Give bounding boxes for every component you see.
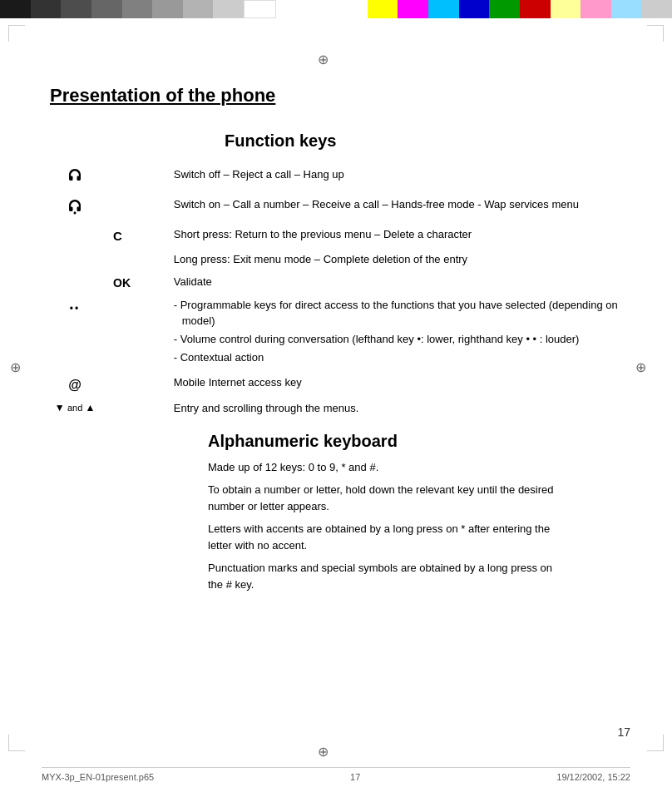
c-desc-short: Short press: Return to the previous menu… (169, 224, 630, 249)
swatch-6 (152, 0, 183, 18)
swatch-gap2 (306, 0, 337, 18)
swatch-7 (183, 0, 214, 18)
hangup-icon-cell (42, 164, 108, 194)
footer-center: 17 (350, 772, 360, 782)
at-icon-cell: @ (42, 372, 108, 398)
ok-icon-cell (42, 271, 108, 295)
swatch-green (489, 0, 520, 18)
page-content: Presentation of the phone Function keys … (0, 18, 672, 616)
hangup-label (108, 164, 169, 194)
key-row-speaker: Switch on – Call a number – Receive a ca… (42, 194, 630, 224)
swatch-cyan (428, 0, 459, 18)
swatch-lightblue (611, 0, 642, 18)
crosshair-bottom (324, 750, 338, 764)
c-desc-long: Long press: Exit menu mode – Complete de… (169, 249, 630, 271)
ok-label: OK (108, 271, 169, 295)
c-label-2 (108, 249, 169, 271)
key-row-arrows: ▼ and ▲ Entry and scrolling through the … (42, 398, 630, 420)
swatch-8 (213, 0, 244, 18)
c-label: C (108, 224, 169, 249)
c-icon-cell (42, 224, 108, 249)
swatch-2 (31, 0, 62, 18)
arrows-icon-cell: ▼ and ▲ (42, 398, 108, 420)
speaker-label (108, 194, 169, 224)
page-title: Presentation of the phone (50, 85, 630, 106)
and-text: and (67, 403, 85, 413)
footer-right: 19/12/2002, 15:22 (556, 772, 630, 782)
arrows-desc: Entry and scrolling through the menus. (169, 398, 630, 420)
ok-desc: Validate (169, 271, 630, 295)
arrows-label (108, 398, 169, 420)
svg-point-0 (74, 212, 77, 215)
swatch-red (520, 0, 551, 18)
function-keys-heading: Function keys (225, 131, 630, 151)
swatch-5 (122, 0, 153, 18)
swatch-4 (91, 0, 122, 18)
dots-icon-cell: •• (42, 295, 108, 371)
swatch-lightpink (581, 0, 611, 18)
hangup-desc: Switch off – Reject a call – Hang up (169, 164, 630, 194)
dots-icon: •• (70, 303, 80, 314)
dots-bullet-list: Programmable keys for direct access to t… (174, 298, 625, 365)
dots-label (108, 295, 169, 371)
reg-mark-br (647, 735, 664, 751)
swatch-magenta (398, 0, 428, 18)
alphanumeric-section: Alphanumeric keyboard Made up of 12 keys… (42, 432, 630, 593)
swatch-lightgray (641, 0, 672, 18)
alphanumeric-heading: Alphanumeric keyboard (208, 432, 630, 451)
swatch-3 (61, 0, 91, 18)
swatch-yellow (368, 0, 398, 18)
swatch-gap3 (337, 0, 368, 18)
key-row-dots: •• Programmable keys for direct access t… (42, 295, 630, 371)
alpha-para-4: Punctuation marks and special symbols ar… (208, 560, 557, 592)
footer-left: MYX-3p_EN-01present.p65 (42, 772, 154, 782)
swatch-lightyellow (551, 0, 581, 18)
swatch-9 (244, 0, 276, 18)
swatch-blue (459, 0, 490, 18)
page-number: 17 (617, 725, 630, 739)
function-keys-table: Switch off – Reject a call – Hang up Swi… (42, 164, 630, 420)
key-row-hangup: Switch off – Reject a call – Hang up (42, 164, 630, 194)
bullet-volume: Volume control during conversation (left… (174, 332, 625, 348)
alpha-para-3: Letters with accents are obtained by a l… (208, 521, 557, 553)
c-icon-cell-2 (42, 249, 108, 271)
alpha-para-1: Made up of 12 keys: 0 to 9, * and #. (208, 459, 557, 476)
arrow-up-icon: ▲ (85, 402, 95, 413)
arrow-down-icon: ▼ (55, 402, 65, 413)
alpha-para-2: To obtain a number or letter, hold down … (208, 482, 557, 514)
key-row-at: @ Mobile Internet access key (42, 372, 630, 398)
key-row-c: C Short press: Return to the previous me… (42, 224, 630, 249)
speaker-icon (66, 197, 84, 215)
speaker-desc: Switch on – Call a number – Receive a ca… (169, 194, 630, 224)
page-footer: MYX-3p_EN-01present.p65 17 19/12/2002, 1… (42, 767, 630, 782)
dots-desc: Programmable keys for direct access to t… (169, 295, 630, 371)
reg-mark-bl (8, 735, 25, 751)
bullet-programmable: Programmable keys for direct access to t… (174, 298, 625, 329)
key-row-ok: OK Validate (42, 271, 630, 295)
key-row-c-long: Long press: Exit menu mode – Complete de… (42, 249, 630, 271)
swatch-1 (0, 0, 31, 18)
hangup-icon (67, 167, 83, 186)
at-desc: Mobile Internet access key (169, 372, 630, 398)
speaker-icon-cell (42, 194, 108, 224)
swatch-gap (276, 0, 307, 18)
at-label (108, 372, 169, 398)
bullet-contextual: Contextual action (174, 350, 625, 366)
color-bar-top (0, 0, 672, 18)
